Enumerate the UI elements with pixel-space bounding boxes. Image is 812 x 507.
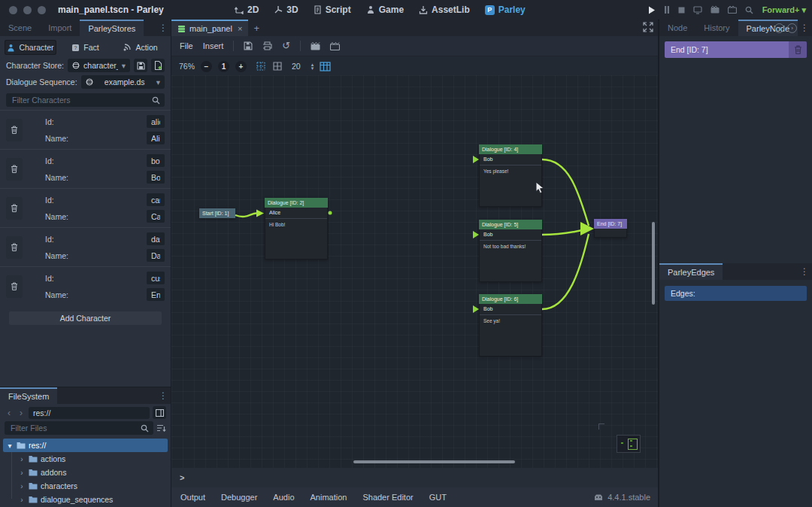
- new-tab-button[interactable]: +: [248, 20, 265, 36]
- split-view-button[interactable]: [153, 406, 166, 419]
- window-close-button[interactable]: [9, 6, 17, 14]
- workspace-tab-game[interactable]: Game: [366, 5, 404, 15]
- horizontal-scrollbar-thumb[interactable]: [353, 460, 515, 463]
- character-id-input[interactable]: [147, 193, 165, 206]
- tree-item-root[interactable]: ▾ res://: [3, 439, 168, 452]
- tree-item-characters[interactable]: › characters: [0, 479, 171, 493]
- spinner-down-icon[interactable]: ▾: [311, 66, 314, 70]
- bottom-tab-shader-editor[interactable]: Shader Editor: [362, 493, 413, 502]
- grid-size-spinner[interactable]: ▴ ▾: [311, 62, 314, 70]
- graph-node-dialogue-5[interactable]: Dialogue [ID: 5] Bob Not too bad thanks!: [479, 220, 542, 282]
- remote-debug-icon[interactable]: [693, 6, 702, 14]
- character-name-input[interactable]: [147, 210, 165, 223]
- character-id-input[interactable]: [147, 232, 165, 245]
- delete-character-button[interactable]: [6, 197, 23, 220]
- play-button[interactable]: [648, 6, 656, 14]
- delete-character-button[interactable]: [6, 158, 23, 181]
- tab-filesystem[interactable]: FileSystem: [0, 387, 57, 404]
- delete-character-button[interactable]: [6, 236, 23, 259]
- selected-node-header[interactable]: End [ID: 7]: [665, 41, 807, 58]
- close-icon[interactable]: ×: [238, 24, 242, 33]
- expand-panel-icon[interactable]: [643, 22, 653, 32]
- graph-node-dialogue-4[interactable]: Dialogue [ID: 4] Bob Yes please!: [479, 144, 542, 207]
- menu-insert[interactable]: Insert: [203, 41, 224, 50]
- tree-item-actions[interactable]: › actions: [0, 452, 171, 466]
- workspace-tab-2d[interactable]: 2D: [235, 5, 259, 15]
- snap-grid-icon[interactable]: [256, 61, 266, 71]
- tab-parleyedges[interactable]: ParleyEdges: [659, 263, 723, 280]
- window-zoom-button[interactable]: [38, 6, 46, 14]
- print-button[interactable]: [262, 41, 272, 50]
- graph-node-dialogue-2[interactable]: Dialogue [ID: 2] Alice Hi Bob!: [265, 198, 328, 260]
- graph-node-end[interactable]: End [ID: 7]: [594, 219, 627, 238]
- zoom-reset-button[interactable]: 1: [218, 61, 229, 72]
- store-tab-action[interactable]: Action: [114, 40, 166, 55]
- add-character-button[interactable]: Add Character: [9, 311, 162, 325]
- edges-section-header[interactable]: Edges:: [665, 286, 807, 301]
- refresh-button[interactable]: ↺: [282, 41, 290, 50]
- stop-button[interactable]: [678, 7, 685, 14]
- dock-menu-icon[interactable]: ⋮: [800, 263, 809, 280]
- delete-character-button[interactable]: [6, 275, 23, 298]
- test-dialogue-button[interactable]: [311, 42, 320, 50]
- movie-maker-icon[interactable]: [710, 6, 720, 14]
- pause-button[interactable]: [664, 6, 670, 14]
- character-id-input[interactable]: [147, 272, 165, 284]
- filter-files-input[interactable]: [9, 423, 141, 433]
- tab-scene[interactable]: Scene: [0, 20, 40, 36]
- character-name-input[interactable]: [147, 132, 165, 144]
- character-name-input[interactable]: [147, 288, 165, 301]
- workspace-tab-script[interactable]: Script: [314, 5, 351, 15]
- dock-menu-icon[interactable]: ⋮: [800, 23, 809, 33]
- tree-item-dialogue-sequences[interactable]: › dialogue_sequences: [0, 493, 171, 506]
- zoom-out-button[interactable]: −: [201, 61, 212, 72]
- renderer-dropdown[interactable]: Forward+ ▾: [762, 0, 806, 20]
- bottom-tab-audio[interactable]: Audio: [273, 493, 294, 502]
- expand-bottom-panel-icon[interactable]: >: [180, 473, 184, 482]
- profiler-magnifier-icon[interactable]: [745, 6, 753, 14]
- bottom-tab-output[interactable]: Output: [180, 493, 205, 502]
- graph-node-dialogue-6[interactable]: Dialogue [ID: 6] Bob See ya!: [479, 294, 542, 357]
- zoom-in-button[interactable]: +: [235, 61, 247, 72]
- graph-canvas[interactable]: Start [ID: 1] Dialogue [ID: 2] Alice Hi …: [171, 75, 658, 469]
- dock-menu-icon[interactable]: ⋮: [159, 20, 168, 36]
- bottom-tab-animation[interactable]: Animation: [311, 493, 347, 502]
- character-id-input[interactable]: [147, 115, 165, 128]
- bottom-tab-debugger[interactable]: Debugger: [221, 493, 257, 502]
- character-name-input[interactable]: [147, 171, 165, 184]
- graph-node-start[interactable]: Start [ID: 1]: [199, 208, 235, 218]
- menu-file[interactable]: File: [180, 41, 193, 50]
- chevron-right-icon[interactable]: ›: [18, 469, 26, 477]
- table-view-icon[interactable]: [320, 62, 331, 71]
- tree-item-addons[interactable]: › addons: [0, 466, 171, 479]
- window-minimize-button[interactable]: [23, 6, 32, 14]
- sort-icon[interactable]: [156, 424, 166, 433]
- workspace-tab-assetlib[interactable]: AssetLib: [419, 5, 470, 15]
- history-forward-button[interactable]: ›: [17, 408, 26, 418]
- tab-parleystores[interactable]: ParleyStores: [80, 20, 144, 36]
- store-tab-character[interactable]: Character: [5, 40, 56, 55]
- grid-icon[interactable]: [272, 61, 283, 71]
- dock-menu-icon[interactable]: ⋮: [159, 387, 168, 404]
- vertical-scrollbar-thumb[interactable]: [652, 222, 655, 305]
- chevron-down-icon[interactable]: ▾: [6, 442, 14, 450]
- workspace-tab-parley[interactable]: P Parley: [485, 5, 526, 15]
- bottom-tab-gut[interactable]: GUT: [429, 493, 447, 502]
- tab-history[interactable]: History: [695, 20, 738, 36]
- chevron-right-icon[interactable]: ›: [18, 455, 26, 463]
- graph-minimap[interactable]: [617, 435, 641, 453]
- save-store-button[interactable]: [134, 59, 147, 72]
- save-button[interactable]: [244, 41, 253, 50]
- grid-size-value[interactable]: 20: [292, 62, 301, 71]
- movie-writer-icon[interactable]: [728, 6, 737, 14]
- dialogue-sequence-dropdown[interactable]: example.ds ▾: [81, 75, 165, 89]
- character-store-dropdown[interactable]: character_st ▾: [68, 59, 130, 72]
- character-name-input[interactable]: [147, 249, 165, 262]
- workspace-tab-3d[interactable]: 3D: [274, 5, 298, 15]
- chevron-right-icon[interactable]: ›: [18, 496, 26, 504]
- inspector-back-icon[interactable]: ‹: [774, 23, 784, 33]
- scene-tab-main-panel[interactable]: main_panel ×: [171, 20, 248, 36]
- tab-node[interactable]: Node: [659, 20, 695, 36]
- tab-import[interactable]: Import: [40, 20, 80, 36]
- chevron-right-icon[interactable]: ›: [18, 482, 26, 490]
